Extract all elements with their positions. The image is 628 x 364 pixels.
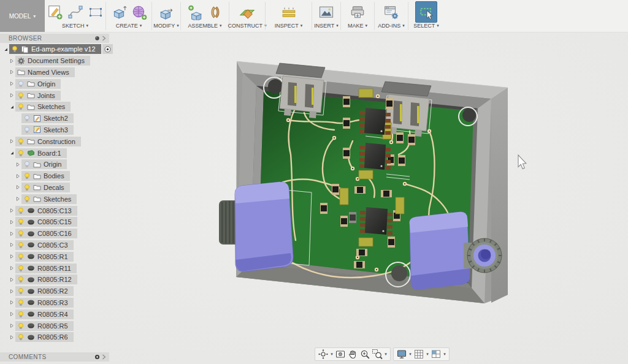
tree-item-r0805-r12[interactable]: R0805:R12 (0, 274, 117, 286)
collapse-arrow-icon[interactable] (15, 161, 21, 169)
collapse-arrow-icon[interactable] (9, 207, 15, 214)
panel-collapse-icon[interactable] (101, 34, 107, 42)
new-component-button[interactable] (186, 3, 204, 21)
collapse-arrow-icon[interactable] (15, 195, 21, 203)
visibility-bulb-on-icon[interactable] (17, 253, 25, 260)
tree-item-r0805-r1[interactable]: R0805:R1 (0, 251, 117, 262)
visibility-bulb-on-icon[interactable] (23, 184, 31, 191)
plane-button[interactable] (238, 3, 256, 21)
collapse-arrow-icon[interactable] (9, 57, 15, 65)
toolbar-menu-inspect[interactable]: INSPECT▾ (275, 23, 303, 29)
add-comment-icon[interactable] (93, 353, 101, 361)
tree-item-sketch3[interactable]: Sketch3 (0, 124, 117, 136)
visibility-bulb-on-icon[interactable] (17, 287, 25, 295)
insert-image-button[interactable] (317, 3, 335, 21)
collapse-arrow-icon[interactable] (9, 310, 15, 318)
expand-arrow-icon[interactable] (2, 45, 9, 53)
visibility-bulb-on-icon[interactable] (17, 150, 25, 157)
toolbar-menu-create[interactable]: CREATE▾ (116, 23, 142, 29)
panel-dot-icon[interactable] (93, 34, 101, 42)
visibility-bulb-on-icon[interactable] (17, 103, 25, 110)
dropdown-caret-icon[interactable]: ▾ (425, 352, 430, 357)
comments-bar[interactable]: COMMENTS (0, 352, 109, 362)
tree-item-decals[interactable]: Decals (0, 182, 117, 194)
tree-item-c0805-c15[interactable]: C0805:C15 (0, 216, 117, 228)
visibility-bulb-on-icon[interactable] (17, 299, 25, 306)
visibility-bulb-on-icon[interactable] (11, 45, 18, 53)
toolbar-menu-add-ins[interactable]: ADD-INS▾ (378, 23, 405, 29)
select-button[interactable] (415, 1, 437, 23)
collapse-arrow-icon[interactable] (9, 91, 15, 99)
tree-item-c0805-c3[interactable]: C0805:C3 (0, 240, 117, 251)
tree-item-document-settings[interactable]: Document Settings (0, 55, 117, 67)
visibility-bulb-on-icon[interactable] (17, 218, 25, 226)
panel-collapse-icon[interactable] (101, 353, 107, 361)
visibility-bulb-off-icon[interactable] (17, 80, 25, 88)
window-zoom-button[interactable] (371, 348, 383, 360)
dropdown-caret-icon[interactable]: ▾ (442, 352, 447, 357)
dropdown-caret-icon[interactable]: ▾ (329, 352, 334, 357)
visibility-bulb-on-icon[interactable] (17, 207, 25, 214)
tree-item-r0805-r3[interactable]: R0805:R3 (0, 297, 117, 309)
collapse-arrow-icon[interactable] (9, 218, 15, 226)
tree-item-r0805-r4[interactable]: R0805:R4 (0, 308, 117, 320)
dropdown-caret-icon[interactable]: ▾ (383, 352, 388, 357)
tree-item-named-views[interactable]: Named Views (0, 67, 117, 78)
rectangle-button[interactable] (86, 3, 105, 21)
visibility-bulb-off-icon[interactable] (23, 126, 31, 134)
visibility-bulb-on-icon[interactable] (17, 311, 25, 318)
tree-item-board-1[interactable]: Board:1 (0, 147, 117, 159)
display-settings-button[interactable] (396, 348, 408, 360)
collapse-arrow-icon[interactable] (9, 137, 15, 145)
zoom-button[interactable] (359, 348, 371, 360)
collapse-arrow-icon[interactable] (9, 333, 15, 341)
tree-item-c0805-c13[interactable]: C0805:C13 (0, 205, 117, 216)
expand-arrow-icon[interactable] (9, 149, 15, 157)
collapse-arrow-icon[interactable] (9, 241, 15, 249)
addins-button[interactable] (382, 3, 400, 21)
toolbar-menu-construct[interactable]: CONSTRUCT▾ (228, 23, 267, 29)
collapse-arrow-icon[interactable] (15, 172, 21, 180)
orbit-button[interactable] (317, 348, 329, 360)
toolbar-menu-modify[interactable]: MODIFY▾ (153, 23, 179, 29)
tree-item-r0805-r5[interactable]: R0805:R5 (0, 320, 117, 332)
collapse-arrow-icon[interactable] (9, 230, 15, 238)
collapse-arrow-icon[interactable] (9, 264, 15, 272)
make-button[interactable] (348, 3, 367, 21)
collapse-arrow-icon[interactable] (9, 298, 15, 306)
collapse-arrow-icon[interactable] (9, 287, 15, 295)
visibility-bulb-on-icon[interactable] (23, 172, 31, 180)
tree-item-origin[interactable]: Origin (0, 78, 117, 89)
tree-item-sketch2[interactable]: Sketch2 (0, 113, 117, 124)
extrude-button[interactable] (110, 3, 128, 21)
visibility-bulb-off-icon[interactable] (23, 115, 31, 122)
tree-item-r0805-r2[interactable]: R0805:R2 (0, 286, 117, 297)
tree-item-sketches[interactable]: Sketches (0, 101, 117, 113)
press-pull-button[interactable] (157, 3, 175, 21)
visibility-bulb-on-icon[interactable] (17, 230, 25, 237)
dropdown-caret-icon[interactable]: ▾ (408, 352, 413, 357)
visibility-bulb-on-icon[interactable] (17, 322, 25, 330)
visibility-bulb-on-icon[interactable] (17, 241, 25, 249)
pan-button[interactable] (347, 348, 359, 360)
spline-button[interactable] (66, 3, 85, 21)
tree-item-r0805-r6[interactable]: R0805:R6 (0, 332, 117, 343)
tree-item-r0805-r11[interactable]: R0805:R11 (0, 262, 117, 274)
collapse-arrow-icon[interactable] (15, 183, 21, 191)
collapse-arrow-icon[interactable] (9, 252, 15, 260)
workspace-selector[interactable]: MODEL ▾ (0, 0, 45, 32)
tree-item-construction[interactable]: Construction (0, 135, 117, 147)
visibility-bulb-on-icon[interactable] (23, 195, 31, 203)
grid-display-button[interactable] (413, 348, 425, 360)
toolbar-menu-sketch[interactable]: SKETCH▾ (62, 23, 88, 29)
joint-button[interactable] (206, 3, 224, 21)
measure-button[interactable] (280, 3, 298, 21)
toolbar-menu-select[interactable]: SELECT▾ (413, 23, 439, 29)
toolbar-menu-assemble[interactable]: ASSEMBLE▾ (188, 23, 221, 29)
look-at-button[interactable] (334, 348, 347, 360)
visibility-bulb-on-icon[interactable] (17, 276, 25, 283)
viewports-button[interactable] (430, 348, 442, 360)
tree-item-bodies[interactable]: Bodies (0, 170, 117, 182)
collapse-arrow-icon[interactable] (9, 276, 15, 284)
visibility-bulb-on-icon[interactable] (17, 265, 25, 272)
